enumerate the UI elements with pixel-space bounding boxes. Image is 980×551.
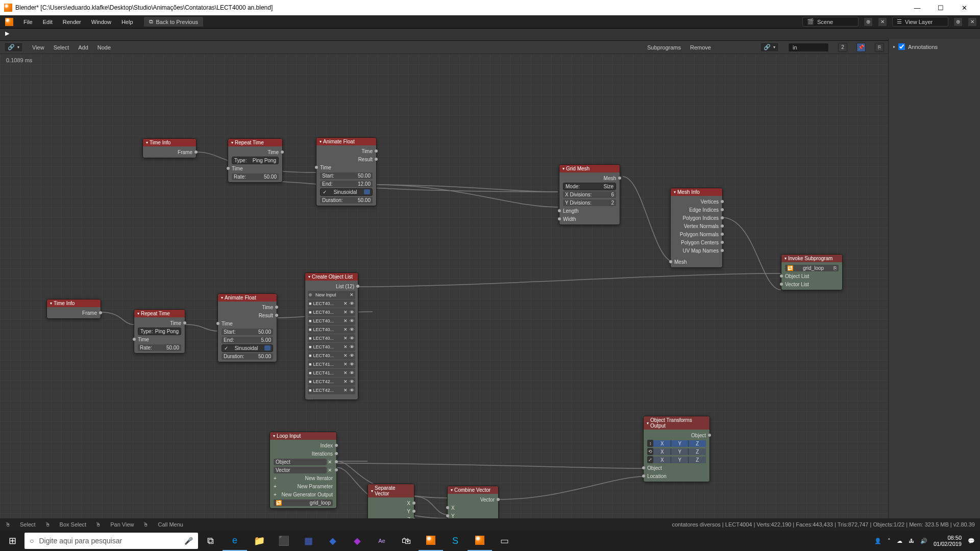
scene-icon: 🎬 (807, 18, 814, 25)
node-time-info-2[interactable]: ▾Time Info Frame (46, 299, 101, 319)
object-list-item[interactable]: ■LECT40...✕👁 (308, 317, 355, 325)
node-editor-canvas[interactable]: 0.1089 ms ▾Time Info Frame ▾Repeat Time … (0, 54, 888, 544)
status-select: Select (20, 521, 36, 528)
layers-icon: ☰ (897, 18, 902, 25)
node-animate-float-2[interactable]: ▾Animate Float Time Result Time Start:50… (217, 293, 277, 362)
annotations-checkbox[interactable] (898, 43, 905, 50)
cloud-icon[interactable]: ☁ (897, 538, 902, 544)
status-stats: contatores diversos | LECT4004 | Verts:4… (672, 521, 975, 528)
notifications-icon[interactable]: 💬 (968, 538, 975, 544)
toolbar-remove[interactable]: Remove (690, 44, 711, 51)
nodetree-name-field[interactable]: in (788, 43, 829, 52)
after-effects-icon[interactable]: Ae (370, 531, 394, 551)
annotations-section[interactable]: ▸ Annotations (892, 42, 977, 52)
users-count[interactable]: 2 (838, 43, 847, 52)
window-titlebar: Blender* [C:\Users\eduardo.klafke\Deskto… (0, 0, 980, 15)
scene-selector[interactable]: 🎬 Scene (802, 17, 859, 27)
tree-type-selector[interactable]: 🔗▾ (760, 42, 779, 52)
explorer-icon[interactable]: 📁 (247, 531, 272, 551)
node-create-object-list[interactable]: ▾Create Object List List (12) New Input✕… (305, 272, 358, 400)
link-icon: 🔗 (764, 44, 771, 51)
people-icon[interactable]: 👤 (874, 538, 881, 544)
blender-icon-2[interactable] (468, 531, 492, 551)
mouse-icon: 🖱 (45, 521, 51, 528)
app-icon[interactable]: ◆ (321, 531, 345, 551)
toolbar-subprograms[interactable]: Subprograms (647, 44, 681, 51)
window-close-button[interactable]: ✕ (952, 0, 976, 15)
viewlayer-new-button[interactable]: ⊕ (953, 17, 963, 27)
object-list-item[interactable]: ■LECT40...✕👁 (308, 325, 355, 334)
chevron-up-icon[interactable]: ˄ (888, 538, 891, 544)
object-list-item[interactable]: ■LECT40...✕👁 (308, 308, 355, 316)
windows-search[interactable]: ○ Digite aqui para pesquisar 🎤 (24, 533, 198, 549)
mouse-icon: 🖱 (95, 521, 101, 528)
new-input-button[interactable]: New Input✕ (308, 291, 355, 299)
taskview-button[interactable]: ⧉ (198, 531, 223, 551)
node-links (0, 54, 888, 544)
object-list-item[interactable]: ■LECT40...✕👁 (308, 299, 355, 308)
blender-icon[interactable] (419, 531, 443, 551)
scene-delete-button[interactable]: ✕ (878, 17, 887, 27)
system-tray[interactable]: 👤 ˄ ☁ 🖧 🔊 08:5001/02/2019 💬 (874, 535, 980, 547)
store-icon[interactable]: 🛍 (394, 531, 419, 551)
windows-taskbar: ⊞ ○ Digite aqui para pesquisar 🎤 ⧉ e 📁 ⬛… (0, 531, 980, 551)
node-repeat-time-2[interactable]: ▾Repeat Time Time Type:Ping Pong Time Ra… (134, 309, 185, 354)
app-icon[interactable]: ▦ (296, 531, 321, 551)
toolbar-view[interactable]: View (32, 44, 44, 51)
menu-window[interactable]: Window (86, 17, 116, 27)
clock[interactable]: 08:5001/02/2019 (934, 535, 962, 547)
node-editor-toolbar: 🔗▾ View Select Add Node Subprograms Remo… (0, 41, 980, 54)
window-title: Blender* [C:\Users\eduardo.klafke\Deskto… (15, 4, 905, 11)
toolbar-select[interactable]: Select (54, 44, 69, 51)
node-mesh-info[interactable]: ▾Mesh Info Vertices Edge Indices Polygon… (670, 188, 723, 268)
object-list-item[interactable]: ■LECT42...✕👁 (308, 386, 355, 394)
network-icon[interactable]: 🖧 (909, 538, 914, 544)
menu-edit[interactable]: Edit (38, 17, 58, 27)
status-boxselect: Box Select (60, 521, 87, 528)
screen-icon: ⧉ (149, 18, 153, 25)
properties-panel[interactable]: ▸ Annotations (888, 39, 980, 529)
execution-time: 0.1089 ms (6, 57, 32, 63)
pin-button[interactable]: 📌 (856, 43, 866, 52)
node-repeat-time-1[interactable]: ▾Repeat Time Time Type:Ping Pong Time Ra… (228, 138, 283, 183)
node-grid-mesh[interactable]: ▾Grid Mesh Mesh Mode:Size X Divisions:6 … (559, 164, 620, 225)
node-invoke-subprogram[interactable]: ▾Invoke Subprogram 🔁grid_loop⎘ Object Li… (781, 254, 843, 290)
blender-logo-icon (4, 4, 12, 12)
start-button[interactable]: ⊞ (0, 531, 24, 551)
app-icon[interactable]: ⬛ (272, 531, 296, 551)
skype-icon[interactable]: S (443, 531, 468, 551)
viewlayer-delete-button[interactable]: ✕ (968, 17, 977, 27)
app-icon[interactable] (5, 18, 13, 26)
node-time-info-1[interactable]: ▾Time Info Frame (142, 138, 197, 158)
volume-icon[interactable]: 🔊 (920, 538, 927, 544)
back-to-previous-button[interactable]: ⧉ Back to Previous (143, 16, 204, 27)
app-icon[interactable]: ▭ (492, 531, 517, 551)
mouse-icon: 🖱 (143, 521, 149, 528)
app-icon[interactable]: ◆ (345, 531, 370, 551)
window-minimize-button[interactable]: — (905, 0, 929, 15)
object-list-item[interactable]: ■LECT40...✕👁 (308, 352, 355, 360)
node-object-transforms-output[interactable]: ▾Object Transforms Output Object ↕XYZ ⟲X… (643, 416, 710, 482)
node-animate-float-1[interactable]: ▾Animate Float Time Result Time Start:50… (316, 137, 377, 206)
play-icon[interactable]: ▶ (5, 30, 14, 39)
copy-button[interactable]: ⎘ (875, 43, 884, 52)
link-icon: 🔗 (8, 44, 15, 51)
node-loop-input[interactable]: ▾Loop Input Index Iterations Object✕ Vec… (270, 432, 337, 509)
editor-type-selector[interactable]: 🔗▾ (4, 42, 23, 52)
edge-icon[interactable]: e (223, 531, 247, 551)
menu-render[interactable]: Render (58, 17, 86, 27)
editor-header: ▶ (0, 29, 980, 41)
menu-help[interactable]: Help (116, 17, 138, 27)
object-list-item[interactable]: ■LECT41...✕👁 (308, 369, 355, 377)
object-list-item[interactable]: ■LECT40...✕👁 (308, 334, 355, 342)
object-list-item[interactable]: ■LECT42...✕👁 (308, 378, 355, 386)
scene-new-button[interactable]: ⊕ (864, 17, 873, 27)
status-bar: 🖱 Select 🖱 Box Select 🖱 Pan View 🖱 Call … (0, 518, 980, 531)
window-maximize-button[interactable]: ☐ (929, 0, 952, 15)
menu-file[interactable]: File (18, 17, 38, 27)
toolbar-add[interactable]: Add (78, 44, 88, 51)
viewlayer-selector[interactable]: ☰ View Layer (892, 17, 948, 27)
toolbar-node[interactable]: Node (97, 44, 111, 51)
object-list-item[interactable]: ■LECT40...✕👁 (308, 343, 355, 351)
object-list-item[interactable]: ■LECT41...✕👁 (308, 360, 355, 368)
